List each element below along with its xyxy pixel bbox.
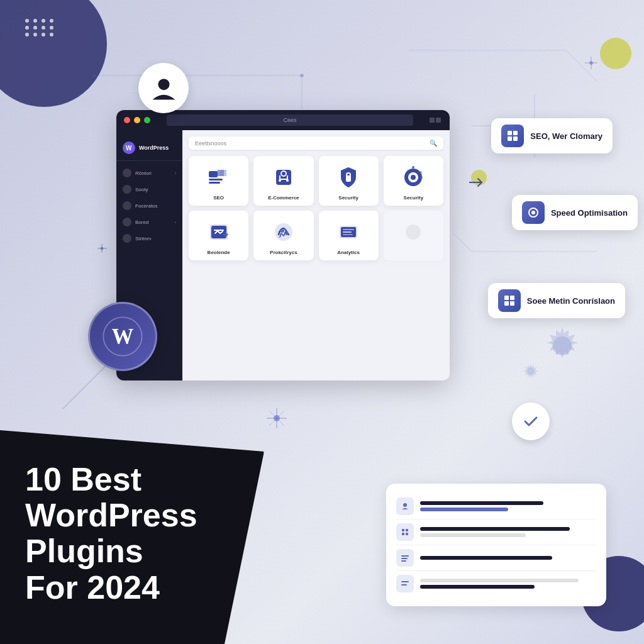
plugin-card-analytics[interactable]: Analytics xyxy=(319,211,379,260)
plugin-icon-performance xyxy=(270,218,297,246)
svg-rect-69 xyxy=(406,533,408,535)
nav-icon-2 xyxy=(123,201,131,210)
svg-rect-70 xyxy=(401,555,409,557)
plugin-card-security[interactable]: Security xyxy=(319,156,379,206)
svg-point-41 xyxy=(419,171,422,174)
browser-address-bar[interactable]: Cees xyxy=(167,114,413,126)
plugin-icon-security2 xyxy=(399,164,427,191)
plugin-icon-seo xyxy=(205,164,233,191)
nav-item-3[interactable]: Bored › xyxy=(116,214,182,230)
banner-line3: Plugins xyxy=(25,533,143,569)
plugin-card-empty[interactable] xyxy=(384,211,443,260)
nav-icon-1 xyxy=(123,185,131,194)
tooltip-speed: Speed Optimisation xyxy=(512,195,638,230)
nav-icon-3 xyxy=(123,218,131,226)
svg-point-54 xyxy=(406,225,421,240)
panel-line-4a xyxy=(420,579,579,582)
svg-text:W: W xyxy=(126,145,132,152)
banner-title: 10 Best WordPress Plugins For 2024 xyxy=(25,462,239,606)
svg-rect-61 xyxy=(504,296,509,300)
banner-line1: 10 Best xyxy=(25,461,142,497)
browser-close-dot[interactable] xyxy=(124,117,130,123)
nav-item-1[interactable]: Sooty xyxy=(116,181,182,197)
plugin-name-security: Security xyxy=(338,195,358,201)
plugin-grid: SEO E-Commerce xyxy=(189,156,443,260)
svg-rect-73 xyxy=(401,581,409,582)
nav-arrow-3: › xyxy=(175,220,176,225)
svg-rect-63 xyxy=(504,301,509,306)
plugin-card-seo[interactable]: SEO xyxy=(189,156,248,206)
site-icon: W xyxy=(123,142,135,154)
panel-line-3a xyxy=(420,556,552,560)
panel-line-2a xyxy=(420,527,570,531)
wordpress-main: Eeettsnooos 🔍 SEO xyxy=(182,130,450,380)
plugin-icon-backup xyxy=(205,218,233,246)
site-name-area: W WordPress xyxy=(116,138,182,161)
plugin-icon-ecommerce xyxy=(270,164,297,191)
tooltip-social-icon xyxy=(498,289,521,312)
plugin-name-seo: SEO xyxy=(213,195,224,201)
svg-text:W: W xyxy=(112,325,134,349)
plugin-card-backup[interactable]: Beolende xyxy=(189,211,248,260)
svg-point-40 xyxy=(412,166,414,169)
panel-row-3 xyxy=(396,545,596,571)
svg-rect-57 xyxy=(508,136,512,141)
banner-line4: For 2024 xyxy=(25,569,160,606)
browser-url: Cees xyxy=(283,117,296,123)
svg-rect-51 xyxy=(343,229,354,230)
plugin-card-security2[interactable]: Security xyxy=(384,156,443,206)
svg-point-42 xyxy=(421,176,423,179)
nav-item-4[interactable]: Stritnm xyxy=(116,230,182,247)
search-bar[interactable]: Eeettsnooos 🔍 xyxy=(189,136,443,150)
nav-item-2[interactable]: Foceratos xyxy=(116,197,182,214)
arrow-decoration xyxy=(469,176,488,191)
browser-maximize-dot[interactable] xyxy=(144,117,150,123)
svg-rect-31 xyxy=(276,170,291,185)
plugin-name-backup: Beolende xyxy=(208,250,230,255)
plugin-card-ecommerce[interactable]: E-Commerce xyxy=(253,156,313,206)
sparkle-decoration xyxy=(264,406,289,433)
panel-line-4b xyxy=(420,585,535,589)
svg-rect-71 xyxy=(401,558,408,559)
svg-rect-64 xyxy=(510,301,514,306)
tooltip-speed-icon xyxy=(522,201,545,224)
svg-point-39 xyxy=(411,175,416,180)
main-banner: 10 Best WordPress Plugins For 2024 xyxy=(0,430,264,644)
svg-rect-72 xyxy=(401,560,406,562)
svg-rect-53 xyxy=(343,234,353,235)
nav-item-0[interactable]: Rôntori › xyxy=(116,165,182,181)
nav-label-2: Foceratos xyxy=(135,203,158,209)
plugin-name-analytics: Analytics xyxy=(337,250,360,255)
svg-point-47 xyxy=(280,229,284,233)
panel-row-icon-3 xyxy=(396,549,414,567)
panel-row-icon-2 xyxy=(396,523,414,541)
svg-rect-58 xyxy=(513,136,518,141)
svg-rect-30 xyxy=(209,182,220,184)
tooltip-social: Soee Metin Conríslaon xyxy=(488,283,625,318)
svg-rect-67 xyxy=(406,529,408,531)
deco-circle-top-right xyxy=(600,38,631,69)
svg-rect-28 xyxy=(209,171,218,177)
svg-rect-25 xyxy=(430,118,435,123)
nav-label-0: Rôntori xyxy=(135,170,152,176)
search-text: Eeettsnooos xyxy=(195,140,426,147)
nav-label-3: Bored xyxy=(135,219,148,225)
browser-minimize-dot[interactable] xyxy=(134,117,140,123)
plugin-name-performance: Prokcitrycs xyxy=(270,250,297,255)
browser-tabs-icon xyxy=(430,116,442,124)
panel-row-2 xyxy=(396,519,596,545)
svg-rect-29 xyxy=(209,179,223,180)
tooltip-seo-icon xyxy=(501,125,524,147)
panel-lines-4 xyxy=(420,579,596,589)
nav-icon-4 xyxy=(123,234,131,243)
banner-line2: WordPress xyxy=(25,497,197,533)
svg-rect-56 xyxy=(513,131,518,135)
plugin-icon-analytics xyxy=(335,218,362,246)
tooltip-seo-text: SEO, Wer Clomary xyxy=(530,131,602,141)
plugin-card-performance[interactable]: Prokcitrycs xyxy=(253,211,313,260)
panel-lines-3 xyxy=(420,556,596,560)
plugin-name-security2: Security xyxy=(404,195,424,201)
svg-rect-52 xyxy=(343,231,352,233)
plugin-name-ecommerce: E-Commerce xyxy=(268,195,299,201)
site-name: WordPress xyxy=(139,145,169,151)
